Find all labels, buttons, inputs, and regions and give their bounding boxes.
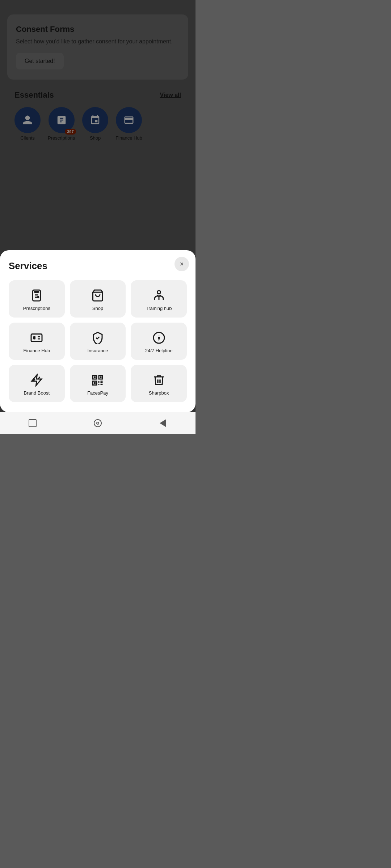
close-modal-button[interactable]: × xyxy=(175,257,189,271)
training-hub-service-icon xyxy=(152,289,165,302)
facespay-service-label: FacesPay xyxy=(87,390,108,396)
home-button[interactable] xyxy=(91,416,105,430)
finance-hub-service-label: Finance Hub xyxy=(23,348,50,353)
finance-hub-service-icon xyxy=(30,331,43,344)
facespay-service-icon xyxy=(91,374,104,387)
close-icon: × xyxy=(180,260,184,268)
navigation-bar xyxy=(0,412,196,434)
svg-point-2 xyxy=(37,296,39,298)
home-icon-inner xyxy=(96,422,99,425)
home-icon xyxy=(94,419,102,427)
svg-rect-6 xyxy=(31,334,42,342)
training-hub-service-label: Training hub xyxy=(146,306,172,311)
service-insurance[interactable]: Insurance xyxy=(70,323,126,360)
helpline-service-label: 24/7 Helpline xyxy=(145,348,173,353)
svg-text:?: ? xyxy=(158,337,160,341)
insurance-service-icon xyxy=(91,331,104,344)
service-prescriptions[interactable]: Prescriptions xyxy=(9,280,65,318)
service-helpline[interactable]: ? 24/7 Helpline xyxy=(131,323,187,360)
brand-boost-service-label: Brand Boost xyxy=(24,390,50,396)
service-finance-hub[interactable]: Finance Hub xyxy=(9,323,65,360)
service-shop[interactable]: Shop xyxy=(70,280,126,318)
svg-rect-7 xyxy=(33,336,35,340)
sharpbox-service-icon xyxy=(152,374,165,387)
shop-service-icon xyxy=(91,289,104,302)
back-icon xyxy=(160,419,166,427)
sharpbox-service-label: Sharpbox xyxy=(149,390,169,396)
modal-title: Services xyxy=(9,260,187,272)
shop-service-label: Shop xyxy=(92,306,103,311)
svg-rect-1 xyxy=(34,291,39,293)
svg-rect-17 xyxy=(100,376,102,378)
helpline-service-icon: ? xyxy=(152,331,165,344)
brand-boost-service-icon xyxy=(30,374,43,387)
svg-rect-18 xyxy=(94,382,96,384)
service-facespay[interactable]: FacesPay xyxy=(70,365,126,402)
services-grid: Prescriptions Shop Training hub xyxy=(9,280,187,402)
service-brand-boost[interactable]: Brand Boost xyxy=(9,365,65,402)
svg-point-4 xyxy=(157,291,160,294)
insurance-service-label: Insurance xyxy=(87,348,108,353)
recent-apps-icon xyxy=(29,419,37,427)
recent-apps-button[interactable] xyxy=(25,416,40,430)
service-training-hub[interactable]: Training hub xyxy=(131,280,187,318)
prescriptions-service-label: Prescriptions xyxy=(23,306,50,311)
services-modal: × Services Prescriptions Shop xyxy=(0,250,196,412)
svg-rect-16 xyxy=(94,376,96,378)
back-button[interactable] xyxy=(156,416,170,430)
prescriptions-service-icon xyxy=(30,289,43,302)
service-sharpbox[interactable]: Sharpbox xyxy=(131,365,187,402)
